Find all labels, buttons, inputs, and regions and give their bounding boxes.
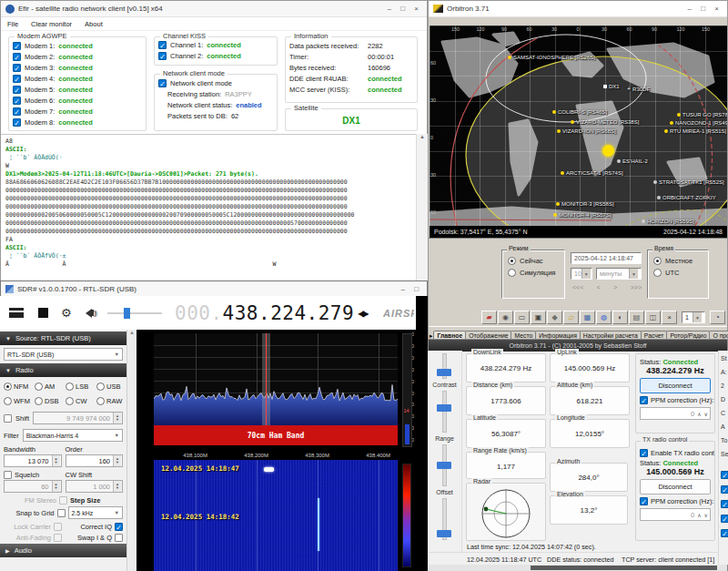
satellite-marker[interactable]: ARCTICSAT-1 [RS74S] [561,170,623,176]
tuning-line[interactable] [266,333,267,425]
nav-back[interactable]: < [597,284,601,291]
shift-checkbox[interactable] [4,414,12,423]
mode-usb[interactable]: USB [96,382,125,391]
satellite-marker[interactable]: VIZARD-ION [RS68S] [557,128,616,134]
modem-row-checkbox[interactable]: ✓ [13,53,21,61]
satellite-world-map[interactable]: 1501209060300306090120150603003060 SAMSA… [430,25,727,226]
info-icon[interactable]: ◍ [596,311,612,324]
frequency-step-arrows[interactable]: ◀▶ [358,307,367,320]
sdr-window-buttons[interactable]: – □ [400,285,422,293]
menu-file[interactable]: File [1,18,25,30]
night-mode-icon[interactable]: ◐ [612,311,628,324]
clipped-checkbox[interactable]: ✓ [721,529,728,537]
bandwidth-value[interactable]: 13 070▲▼ [4,454,62,467]
squelch-value[interactable]: 60▲▼ [4,480,62,493]
stop-button[interactable] [38,308,48,318]
satellite-marker[interactable]: ORBICRAFT-ZORKIY [657,195,716,200]
step-size-select[interactable]: 2.5 kHz▼ [68,506,124,519]
tx-ppm-spinner[interactable]: 0∧∨ [640,508,711,521]
satellite-marker[interactable]: COLIBRI-S [RS46S] [552,109,607,115]
map-zoom-select[interactable]: 1▼ [682,311,705,323]
zoom-slider[interactable] [442,353,447,379]
orbitron-window-buttons[interactable]: – □ × [688,5,723,13]
rotor-horizontal-scrollbar[interactable] [429,565,727,571]
modem-row-checkbox[interactable]: ✓ [13,86,21,94]
source-panel-header[interactable]: ▼Source: RTL-SDR (USB) [0,331,126,345]
rx-disconnect-button[interactable]: Disconnect [640,378,711,393]
swap-iq-checkbox[interactable] [115,534,123,542]
help-book-icon[interactable]: ▰ [481,311,497,324]
modem-row-checkbox[interactable]: ✓ [13,42,21,50]
mode-now-radio[interactable] [508,257,516,265]
satellite-marker[interactable]: MONITOR-4 [RS57S] [553,212,612,218]
clipped-checkbox[interactable]: ✓ [721,485,728,494]
open-icon[interactable]: ▱ [563,311,579,324]
correct-iq-checkbox[interactable]: ✓ [115,523,123,531]
mode-am[interactable]: AM [35,382,63,391]
modem-row-checkbox[interactable]: ✓ [13,118,21,127]
zoom-slider-handle[interactable] [437,369,451,376]
table-icon[interactable]: ▤ [629,311,644,324]
nav-forward[interactable]: > [613,284,617,291]
efir-window-buttons[interactable]: – □ × [388,5,422,13]
close-icon[interactable]: × [662,311,677,324]
spectrum-display[interactable]: 0-10-20-30-40-50-60-70-80-90 70cm Ham Ba… [136,330,416,460]
source-select[interactable]: RTL-SDR (USB)▼ [4,348,123,361]
modem-row-checkbox[interactable]: ✓ [13,107,21,116]
range-slider-handle[interactable] [437,462,451,469]
mode-raw[interactable]: RAW [96,397,125,405]
channel-row-checkbox[interactable]: ✓ [158,41,167,49]
time-utc-radio[interactable] [653,269,662,277]
nav-fast-forward[interactable]: >>> [631,284,642,291]
range-slider[interactable] [442,444,447,486]
tx-disconnect-button[interactable]: Disconnect [640,479,711,495]
camera-icon[interactable]: ◉ [498,311,513,324]
mode-nfm[interactable]: NFM [4,382,32,391]
satellite-marker[interactable]: MONITOR-3 [RS58S] [556,201,614,207]
time-nav[interactable]: <<< < > >>> [572,284,642,291]
mode-dsb[interactable]: DSB [35,397,63,405]
satellite-marker[interactable]: NANOZOND-1 [RS49S] [670,120,727,126]
clock-icon[interactable]: ◔ [710,311,725,324]
menu-icon[interactable] [9,308,24,318]
satellite-marker[interactable] [602,145,614,157]
satellite-marker[interactable]: VIZARD-METEO [RS38S] [571,119,639,125]
tx-enable-checkbox[interactable]: ✓ [640,449,648,457]
rx-ppm-checkbox[interactable]: ✓ [640,396,648,404]
minimize-map-icon[interactable]: ▭ [514,311,530,324]
radio-panel-header[interactable]: ▼Radio [0,363,126,377]
save-icon[interactable]: ▦ [580,311,595,324]
menu-clear-monitor[interactable]: Clear monitor [25,18,78,30]
mode-simulation-radio[interactable] [508,269,516,277]
step-value-select[interactable]: 10▼ [571,268,592,280]
volume-slider[interactable] [107,312,162,314]
snap-to-grid-checkbox[interactable] [57,509,66,517]
offset-slider[interactable] [442,498,447,540]
squelch-checkbox[interactable] [4,471,12,479]
offset-slider-handle[interactable] [437,530,451,537]
satellite-marker[interactable]: RTU MIREA-1 [RS51S] [664,128,726,134]
clipped-checkbox[interactable]: ✓ [721,500,728,508]
side-panel-scrollbar[interactable]: ▲ [127,330,136,571]
frequency-value[interactable]: 438.224.279 [223,302,355,324]
satellite-marker[interactable]: HORIZON [RS59S] [642,219,694,224]
time-local-radio[interactable] [653,257,662,265]
clipped-checkbox[interactable]: ✓ [721,515,728,523]
modem-row-checkbox[interactable]: ✓ [13,64,21,72]
satellite-marker[interactable]: SAMSAT-IONOSPHERE [RS26S] [508,55,595,60]
speaker-icon[interactable]: )) [81,309,96,318]
nav-fast-back[interactable]: <<< [572,284,583,291]
contrast-slider-handle[interactable] [437,404,451,412]
channel-row-checkbox[interactable]: ✓ [158,52,167,60]
mode-cw[interactable]: CW [66,397,94,405]
mode-lsb[interactable]: LSB [66,382,94,391]
terminal-scrollbar[interactable]: ▲ [416,134,428,280]
step-unit-select[interactable]: минуты▼ [596,268,642,280]
shift-value[interactable]: 9 749 974 000▲▼ [33,412,123,424]
mode-wfm[interactable]: WFM [4,397,32,405]
audio-panel-header[interactable]: ▶Audio [0,544,126,557]
rx-ppm-spinner[interactable]: 0∧∨ [640,407,711,420]
modem-row-checkbox[interactable]: ✓ [13,75,21,83]
filter-select[interactable]: Blackman-Harris 4▼ [23,429,123,442]
datetime-field[interactable]: 2025-04-12 14:18:47 [571,252,642,264]
